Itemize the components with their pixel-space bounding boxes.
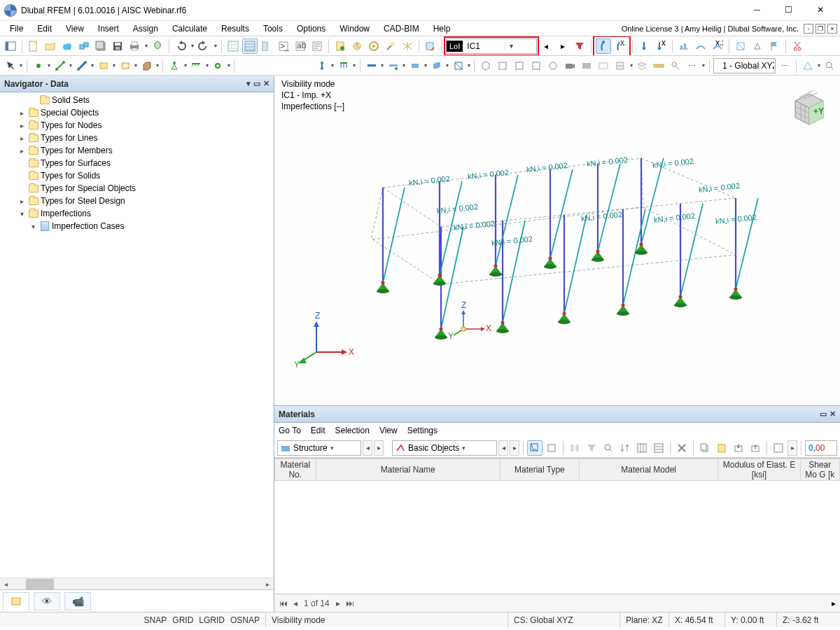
col-model[interactable]: Material Model (579, 459, 718, 481)
clip-icon[interactable] (612, 58, 628, 74)
sync-sel-icon[interactable] (527, 440, 542, 456)
panel-close-icon[interactable]: ✕ (830, 410, 836, 419)
paste-icon[interactable] (714, 440, 729, 456)
surface-icon[interactable] (96, 58, 111, 74)
line-support-icon[interactable] (188, 58, 204, 74)
menu-options[interactable]: Options (290, 22, 332, 36)
filter-icon[interactable] (584, 440, 599, 456)
show-results-icon[interactable] (676, 38, 692, 54)
status-grid[interactable]: GRID (172, 615, 193, 625)
toggle-panels-icon[interactable] (3, 38, 18, 54)
tree-item[interactable]: ▸Types for Lines (0, 132, 274, 144)
nav-tab-display[interactable]: 👁 (34, 592, 60, 610)
mat-menu-view[interactable]: View (379, 426, 398, 435)
mat-menu-edit[interactable]: Edit (311, 426, 326, 435)
select-icon[interactable] (3, 58, 18, 74)
mat-combo-objects[interactable]: Basic Objects ▾ (392, 440, 497, 456)
menu-window[interactable]: Window (332, 22, 377, 36)
nav-tab-views[interactable]: 📹 (64, 592, 91, 610)
opening-icon[interactable] (118, 58, 133, 74)
dropdown-icon[interactable]: ▾ (505, 42, 517, 50)
col-type[interactable]: Material Type (500, 459, 579, 481)
layer-icon[interactable] (634, 58, 650, 74)
prev-case-icon[interactable]: ◂ (538, 38, 554, 54)
grid-icon[interactable] (225, 38, 241, 54)
show-deformed-icon[interactable] (693, 38, 708, 54)
coord-sys-value[interactable] (718, 59, 776, 72)
group-icon[interactable] (567, 440, 582, 456)
view-y-icon[interactable] (512, 58, 527, 74)
delete-icon[interactable] (674, 440, 690, 456)
status-lgrid[interactable]: LGRID (199, 615, 225, 625)
col-g[interactable]: Shear Mo G [k (800, 459, 839, 481)
annotate-icon[interactable] (668, 58, 683, 74)
tree-item[interactable]: Types for Special Objects (0, 182, 274, 195)
tree-item[interactable]: ▸Types for Members (0, 144, 274, 157)
support-icon[interactable] (750, 38, 765, 54)
measure-icon[interactable] (651, 58, 666, 74)
member-load2-icon[interactable] (386, 58, 401, 74)
save-all-icon[interactable] (93, 38, 108, 54)
import-icon[interactable] (731, 440, 746, 456)
tree-item[interactable]: ▾Imperfections (0, 207, 274, 220)
tree-item[interactable]: ▾Imperfection Cases (0, 220, 274, 232)
tree-item[interactable]: Solid Sets (0, 94, 274, 106)
zoom-icon[interactable] (822, 58, 837, 74)
mat-menu-goto[interactable]: Go To (279, 426, 301, 435)
new-icon[interactable] (26, 38, 41, 54)
print-icon[interactable] (127, 38, 142, 54)
tree-item[interactable]: Types for Surfaces (0, 157, 274, 169)
panel-icon[interactable] (259, 38, 274, 54)
calc-icon[interactable] (332, 38, 348, 54)
view-free-icon[interactable] (545, 58, 561, 74)
show-imperfection-values-icon[interactable]: x.x (612, 38, 628, 54)
camera-icon[interactable] (562, 58, 578, 74)
prev-icon[interactable]: ◂ (498, 440, 508, 456)
wizard-icon[interactable] (383, 38, 398, 54)
save-icon[interactable] (110, 38, 125, 54)
menu-help[interactable]: Help (426, 22, 458, 36)
menu-tools[interactable]: Tools (256, 22, 290, 36)
scroll-right-icon[interactable]: ▸ (827, 598, 840, 608)
menu-results[interactable]: Results (214, 22, 256, 36)
table-icon[interactable] (242, 38, 258, 54)
menu-cad-bim[interactable]: CAD-BIM (377, 22, 426, 36)
auto-sel-icon[interactable] (544, 440, 559, 456)
load-case-selector[interactable]: LoI ▾ (446, 38, 537, 54)
mat-menu-settings[interactable]: Settings (407, 426, 438, 435)
block-manager-icon[interactable] (76, 38, 92, 54)
cut-icon[interactable] (790, 38, 805, 54)
surface-load-icon[interactable] (407, 58, 423, 74)
mesh-icon[interactable] (400, 38, 415, 54)
status-osnap[interactable]: OSNAP (230, 615, 260, 625)
copy-icon[interactable] (697, 440, 713, 456)
menu-view[interactable]: View (59, 22, 91, 36)
addons-icon[interactable] (150, 38, 165, 54)
tree-item[interactable]: Types for Solids (0, 169, 274, 182)
solid-load-icon[interactable] (429, 58, 444, 74)
more-icon[interactable]: ⋯ (685, 58, 700, 74)
menu-assign[interactable]: Assign (126, 22, 165, 36)
node-icon[interactable] (31, 58, 46, 74)
member-icon[interactable] (74, 58, 90, 74)
coord-sys-selector[interactable]: ▾ (713, 58, 776, 74)
render-icon[interactable] (579, 58, 594, 74)
mdi-minimize-icon[interactable]: - (804, 24, 813, 34)
view-iso-icon[interactable] (478, 58, 493, 74)
tree-item[interactable]: ▸Special Objects (0, 106, 274, 119)
find-icon[interactable] (601, 440, 616, 456)
close-button[interactable]: ✕ (804, 0, 836, 21)
minimize-button[interactable]: ─ (741, 0, 773, 21)
misc-load-icon[interactable] (451, 58, 466, 74)
solid-icon[interactable] (139, 58, 155, 74)
console-icon[interactable]: ab (293, 38, 308, 54)
undo-icon[interactable] (173, 38, 188, 54)
case-filter-icon[interactable] (572, 38, 587, 54)
hinge-icon[interactable] (210, 58, 225, 74)
load-case-input[interactable] (463, 40, 505, 52)
member-load-icon[interactable] (364, 58, 379, 74)
panel-pin-icon[interactable]: ▭ (253, 79, 260, 88)
prev-icon[interactable]: ◂ (291, 597, 300, 610)
viewport-3d[interactable]: Visibility mode IC1 - Imp. +X Imperfecti… (274, 76, 840, 405)
cols-icon[interactable] (634, 440, 650, 456)
